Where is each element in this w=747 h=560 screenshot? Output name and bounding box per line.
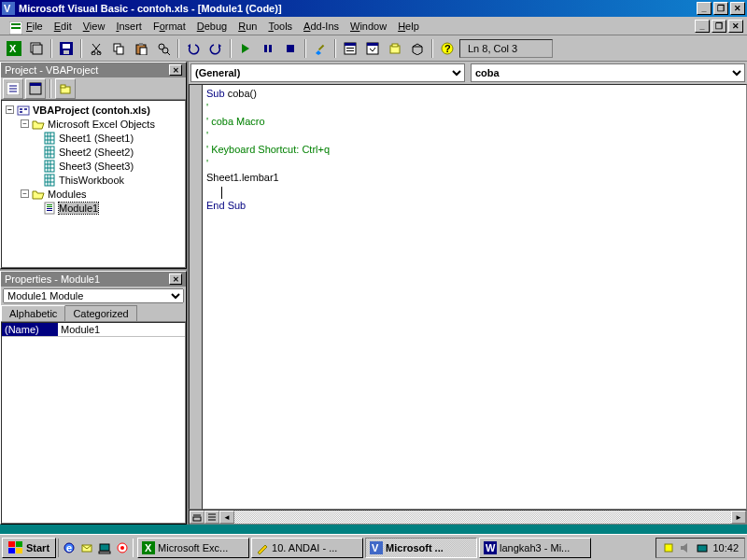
task-word[interactable]: Wlangkah3 - Mi... <box>479 538 591 558</box>
system-tray[interactable]: 10:42 <box>655 538 745 558</box>
svg-rect-24 <box>287 45 294 52</box>
tree-root[interactable]: − VBAProject (contoh.xls) <box>4 103 183 117</box>
menu-view[interactable]: View <box>78 19 111 34</box>
mdi-close-button[interactable]: ✕ <box>728 20 743 33</box>
svg-rect-42 <box>30 83 41 86</box>
svg-rect-47 <box>24 108 27 110</box>
svg-rect-46 <box>20 108 22 110</box>
copy-button[interactable] <box>108 38 129 59</box>
project-explorer-close[interactable]: ✕ <box>169 64 182 76</box>
module-mdi-icon[interactable] <box>4 20 17 33</box>
svg-rect-97 <box>698 545 707 552</box>
ql-ie-icon[interactable]: e <box>61 539 78 557</box>
tree-folder-excel-objects[interactable]: − Microsoft Excel Objects <box>4 117 183 131</box>
save-button[interactable] <box>56 38 77 59</box>
view-code-button[interactable] <box>3 78 23 99</box>
mdi-restore-button[interactable]: ❐ <box>712 20 726 33</box>
tray-icon-3[interactable] <box>696 541 709 554</box>
insert-dropdown[interactable] <box>26 38 47 59</box>
properties-window-button[interactable] <box>362 38 383 59</box>
menu-window[interactable]: Window <box>345 19 392 34</box>
task-vb[interactable]: VMicrosoft ... <box>365 538 477 558</box>
project-explorer-title: Project - VBAProject <box>5 64 98 76</box>
task-excel[interactable]: XMicrosoft Exc... <box>137 538 249 558</box>
help-button[interactable]: ? <box>437 38 458 59</box>
code-margin[interactable] <box>189 84 202 510</box>
menu-insert[interactable]: Insert <box>110 19 148 34</box>
object-dropdown[interactable]: (General) <box>190 63 465 82</box>
tree-sheet3[interactable]: Sheet3 (Sheet3) <box>4 159 183 173</box>
menu-debug[interactable]: Debug <box>191 19 233 34</box>
ql-channels-icon[interactable] <box>114 539 131 557</box>
properties-close[interactable]: ✕ <box>169 273 182 285</box>
menu-tools[interactable]: Tools <box>262 19 298 34</box>
svg-rect-33 <box>392 44 398 47</box>
menu-run[interactable]: Run <box>233 19 262 34</box>
tab-categorized[interactable]: Categorized <box>64 305 136 321</box>
mdi-minimize-button[interactable]: _ <box>695 20 710 33</box>
scroll-left-button[interactable]: ◄ <box>219 511 234 524</box>
properties-grid[interactable]: (Name) Module1 <box>1 322 186 524</box>
view-full-button[interactable] <box>204 511 219 524</box>
property-row-name[interactable]: (Name) Module1 <box>2 323 185 337</box>
menubar: File Edit View Insert Format Debug Run T… <box>0 17 747 35</box>
tree-sheet2[interactable]: Sheet2 (Sheet2) <box>4 145 183 159</box>
tab-alphabetic[interactable]: Alphabetic <box>1 305 65 321</box>
property-name-value[interactable]: Module1 <box>58 323 185 336</box>
break-button[interactable] <box>258 38 278 59</box>
sheet-icon <box>43 160 56 173</box>
task-andai[interactable]: 10. ANDAI - ... <box>251 538 363 558</box>
reset-button[interactable] <box>280 38 301 59</box>
undo-button[interactable] <box>183 38 204 59</box>
tree-sheet1[interactable]: Sheet1 (Sheet1) <box>4 131 183 145</box>
tree-module1[interactable]: Module1 <box>4 201 183 215</box>
toggle-folders-button[interactable] <box>55 78 76 99</box>
view-excel-button[interactable]: X <box>4 38 24 59</box>
collapse-icon[interactable]: − <box>6 105 14 114</box>
redo-button[interactable] <box>205 38 226 59</box>
maximize-button[interactable]: ❐ <box>713 2 728 15</box>
start-button[interactable]: Start <box>2 538 56 558</box>
svg-rect-86 <box>100 544 109 551</box>
scroll-right-button[interactable]: ► <box>731 511 746 524</box>
minimize-button[interactable]: _ <box>697 2 712 15</box>
project-explorer-button[interactable] <box>340 38 360 59</box>
find-button[interactable] <box>153 38 174 59</box>
tree-thisworkbook[interactable]: ThisWorkbook <box>4 173 183 187</box>
project-tree[interactable]: − VBAProject (contoh.xls) − Microsoft Ex… <box>1 100 186 268</box>
toolbox-button[interactable] <box>407 38 428 59</box>
svg-rect-70 <box>47 204 52 205</box>
collapse-icon[interactable]: − <box>21 189 29 198</box>
workspace: Project - VBAProject ✕ − VBAProject (con… <box>0 62 747 525</box>
menu-help[interactable]: Help <box>392 19 425 34</box>
svg-rect-44 <box>61 85 65 88</box>
run-button[interactable] <box>235 38 256 59</box>
tray-volume-icon[interactable] <box>679 541 692 554</box>
menu-edit[interactable]: Edit <box>49 19 78 34</box>
properties-titlebar[interactable]: Properties - Module1 ✕ <box>1 272 186 287</box>
tray-icon-1[interactable] <box>662 541 675 554</box>
paste-button[interactable] <box>131 38 151 59</box>
view-procedure-button[interactable] <box>190 511 204 524</box>
procedure-dropdown[interactable]: coba <box>471 63 745 82</box>
design-mode-button[interactable] <box>310 38 331 59</box>
svg-text:?: ? <box>444 43 451 54</box>
cut-button[interactable] <box>86 38 106 59</box>
menu-format[interactable]: Format <box>148 19 191 34</box>
menu-file[interactable]: File <box>21 19 49 34</box>
ql-desktop-icon[interactable] <box>96 539 113 557</box>
svg-rect-81 <box>8 548 15 553</box>
properties-object-select[interactable]: Module1 Module <box>3 288 184 303</box>
clock[interactable]: 10:42 <box>712 542 739 553</box>
project-explorer-titlebar[interactable]: Project - VBAProject ✕ <box>1 63 186 77</box>
collapse-icon[interactable]: − <box>21 119 29 128</box>
view-object-button[interactable] <box>25 78 46 99</box>
menu-addins[interactable]: Add-Ins <box>298 19 345 34</box>
tree-folder-modules[interactable]: − Modules <box>4 187 183 201</box>
code-editor[interactable]: Sub coba() ' ' coba Macro ' ' Keyboard S… <box>202 84 747 510</box>
object-browser-button[interactable] <box>385 38 405 59</box>
code-hscrollbar[interactable]: ◄ ► <box>189 510 747 525</box>
scroll-track[interactable] <box>234 511 731 524</box>
close-button[interactable]: ✕ <box>730 2 745 15</box>
ql-outlook-icon[interactable] <box>78 539 95 557</box>
